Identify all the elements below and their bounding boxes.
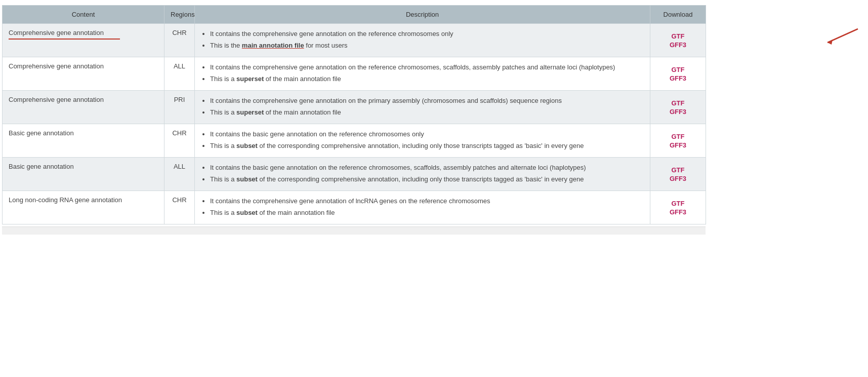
bold-term: subset: [236, 142, 258, 149]
description-list: It contains the basic gene annotation on…: [201, 129, 644, 150]
description-list: It contains the comprehensive gene annot…: [201, 62, 644, 84]
svg-marker-1: [828, 40, 833, 45]
table-row: Long non-coding RNA gene annotationCHRIt…: [3, 191, 706, 224]
table-row: Comprehensive gene annotationPRIIt conta…: [3, 91, 706, 124]
download-links: GTFGFF3: [656, 200, 699, 216]
gff3-download-link[interactable]: GFF3: [670, 175, 686, 182]
gtf-download-link[interactable]: GTF: [672, 32, 685, 40]
bold-underline-term: main annotation file: [242, 42, 304, 49]
cell-content: Comprehensive gene annotation: [3, 57, 164, 91]
description-item: This is a subset of the corresponding co…: [210, 141, 644, 151]
arrow-annotation: [822, 26, 863, 47]
download-links: GTFGFF3: [656, 166, 699, 182]
cell-description: It contains the basic gene annotation on…: [195, 124, 650, 158]
description-item: It contains the comprehensive gene annot…: [210, 96, 644, 106]
description-item: It contains the comprehensive gene annot…: [210, 62, 644, 72]
cell-description: It contains the comprehensive gene annot…: [195, 91, 650, 124]
bold-term: superset: [236, 108, 264, 116]
cell-content: Comprehensive gene annotation: [3, 91, 164, 124]
download-links: GTFGFF3: [656, 133, 699, 149]
table-row: Comprehensive gene annotationCHRIt conta…: [3, 24, 706, 57]
header-download: Download: [650, 6, 706, 24]
cell-download: GTFGFF3: [650, 24, 706, 57]
cell-download: GTFGFF3: [650, 57, 706, 91]
page-wrapper: Content Regions Description Download Com…: [0, 0, 868, 245]
cell-description: It contains the comprehensive gene annot…: [195, 57, 650, 91]
gff3-download-link[interactable]: GFF3: [670, 74, 686, 82]
description-item: This is a subset of the main annotation …: [210, 208, 644, 218]
horizontal-scrollbar[interactable]: [2, 227, 706, 235]
cell-content: Basic gene annotation: [3, 158, 164, 191]
description-list: It contains the comprehensive gene annot…: [201, 29, 644, 50]
cell-description: It contains the comprehensive gene annot…: [195, 191, 650, 224]
description-list: It contains the comprehensive gene annot…: [201, 96, 644, 117]
description-item: It contains the comprehensive gene annot…: [210, 29, 644, 39]
cell-download: GTFGFF3: [650, 91, 706, 124]
cell-download: GTFGFF3: [650, 124, 706, 158]
cell-content: Comprehensive gene annotation: [3, 24, 164, 57]
description-item: It contains the comprehensive gene annot…: [210, 196, 644, 206]
cell-content: Basic gene annotation: [3, 124, 164, 158]
bold-term: superset: [236, 75, 264, 83]
cell-regions: ALL: [164, 57, 195, 91]
table-row: Basic gene annotationCHRIt contains the …: [3, 124, 706, 158]
header-content: Content: [3, 6, 164, 24]
cell-regions: PRI: [164, 91, 195, 124]
description-item: It contains the basic gene annotation on…: [210, 129, 644, 139]
gff3-download-link[interactable]: GFF3: [670, 41, 686, 49]
gff3-download-link[interactable]: GFF3: [670, 141, 686, 149]
description-item: This is the main annotation file for mos…: [210, 41, 644, 51]
gff3-download-link[interactable]: GFF3: [670, 108, 686, 116]
gtf-download-link[interactable]: GTF: [672, 66, 685, 73]
table-row: Comprehensive gene annotationALLIt conta…: [3, 57, 706, 91]
table-header-row: Content Regions Description Download: [3, 6, 706, 24]
gff3-download-link[interactable]: GFF3: [670, 208, 686, 216]
gtf-download-link[interactable]: GTF: [672, 133, 685, 140]
cell-regions: CHR: [164, 124, 195, 158]
description-item: This is a subset of the corresponding co…: [210, 174, 644, 184]
download-links: GTFGFF3: [656, 99, 699, 116]
download-links: GTFGFF3: [656, 32, 699, 49]
gtf-download-link[interactable]: GTF: [672, 166, 685, 174]
table-row: Basic gene annotationALLIt contains the …: [3, 158, 706, 191]
header-description: Description: [195, 6, 650, 24]
cell-description: It contains the comprehensive gene annot…: [195, 24, 650, 57]
annotation-table: Content Regions Description Download Com…: [2, 5, 706, 224]
bold-term: subset: [236, 175, 258, 183]
cell-regions: ALL: [164, 158, 195, 191]
description-item: It contains the basic gene annotation on…: [210, 163, 644, 173]
cell-description: It contains the basic gene annotation on…: [195, 158, 650, 191]
cell-download: GTFGFF3: [650, 191, 706, 224]
gtf-download-link[interactable]: GTF: [672, 99, 685, 107]
cell-download: GTFGFF3: [650, 158, 706, 191]
cell-regions: CHR: [164, 24, 195, 57]
content-underline-decoration: [9, 39, 120, 40]
cell-regions: CHR: [164, 191, 195, 224]
gtf-download-link[interactable]: GTF: [672, 200, 685, 207]
description-item: This is a superset of the main annotatio…: [210, 107, 644, 118]
description-list: It contains the comprehensive gene annot…: [201, 196, 644, 217]
svg-line-0: [828, 29, 858, 43]
bold-term: subset: [236, 209, 258, 216]
header-regions: Regions: [164, 6, 195, 24]
cell-content: Long non-coding RNA gene annotation: [3, 191, 164, 224]
download-links: GTFGFF3: [656, 66, 699, 82]
description-item: This is a superset of the main annotatio…: [210, 74, 644, 84]
description-list: It contains the basic gene annotation on…: [201, 163, 644, 184]
